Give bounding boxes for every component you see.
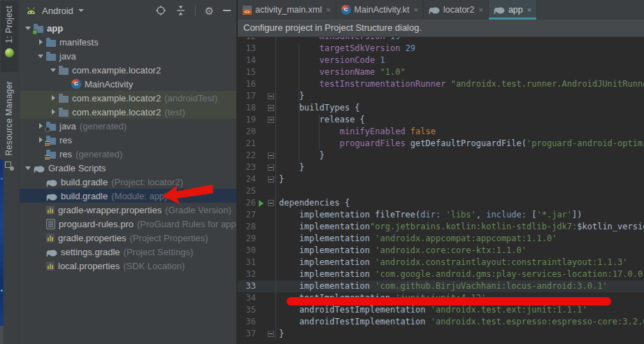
fold-marker-icon[interactable]: [266, 150, 276, 162]
package-icon: [59, 68, 69, 75]
android-logo-icon: [25, 6, 37, 16]
code-line-17[interactable]: 17 }: [238, 90, 644, 102]
fold-marker-icon[interactable]: [266, 90, 276, 102]
tree-item-app[interactable]: app: [20, 21, 236, 35]
properties-icon: [46, 261, 55, 271]
code-text: minifyEnabled false: [276, 126, 436, 138]
tool-window-button-resource-manager[interactable]: Resource Manager: [4, 81, 14, 171]
code-line-35[interactable]: 35 androidTestImplementation 'androidx.t…: [238, 304, 644, 316]
tree-item-manifests[interactable]: manifests: [20, 35, 236, 49]
project-view-selector[interactable]: Android: [42, 6, 73, 16]
tree-item-label: build.gradle: [61, 177, 108, 187]
editor-tab-app[interactable]: app×: [489, 0, 537, 20]
code-line-26[interactable]: 26dependencies {: [238, 197, 644, 209]
code-line-12[interactable]: 12 minSdkVersion 19: [238, 37, 644, 43]
tree-item-mainactivity[interactable]: CMainActivity: [20, 77, 236, 91]
tree-item-suffix: (ProGuard Rules for app): [137, 219, 236, 229]
tree-item-gradle-scripts[interactable]: Gradle Scripts: [20, 161, 236, 175]
code-line-19[interactable]: 19 release {: [238, 114, 644, 126]
code-line-20[interactable]: 20 minifyEnabled false: [238, 126, 644, 138]
chevron-down-icon[interactable]: [78, 9, 84, 12]
code-line-13[interactable]: 13 targetSdkVersion 29: [238, 43, 644, 55]
fold-gutter: [266, 304, 276, 316]
code-line-33[interactable]: 33 implementation 'com.github.BirjuVachh…: [238, 280, 644, 292]
chevron-right-icon[interactable]: [35, 39, 46, 45]
editor-tab-locator2[interactable]: locator2×: [424, 0, 489, 20]
tree-item-res[interactable]: res: [20, 133, 236, 147]
fold-gutter: [266, 233, 276, 245]
tree-item-java-generated[interactable]: java(generated): [20, 119, 236, 133]
editor-tab-mainactivity-kt[interactable]: CMainActivity.kt×: [336, 0, 424, 20]
fold-marker-icon[interactable]: [266, 328, 276, 340]
tool-window-button-project[interactable]: 1: Project: [4, 6, 14, 57]
gradle-file-icon: [494, 6, 505, 15]
tree-item-local-properties-sdk-location[interactable]: local.properties(SDK Location): [20, 259, 236, 273]
line-number: 16: [241, 78, 256, 90]
package-icon: [59, 110, 69, 117]
chevron-down-icon[interactable]: [22, 166, 34, 170]
tree-item-suffix: (generated): [76, 149, 122, 159]
gear-icon[interactable]: ⚙: [205, 6, 214, 16]
code-line-14[interactable]: 14 versionCode 1: [238, 55, 644, 66]
fold-marker-icon[interactable]: [266, 114, 276, 126]
code-line-24[interactable]: 24}: [238, 173, 644, 185]
chevron-down-icon[interactable]: [48, 69, 59, 72]
code-line-28[interactable]: 28 implementation"org.jetbrains.kotlin:k…: [238, 221, 644, 233]
close-tab-icon[interactable]: ×: [478, 6, 482, 14]
tree-item-java[interactable]: java: [20, 49, 236, 63]
tree-item-label: settings.gradle: [61, 247, 120, 257]
close-tab-icon[interactable]: ×: [527, 6, 531, 14]
fold-marker-icon[interactable]: [266, 102, 276, 114]
chevron-down-icon[interactable]: [22, 27, 34, 30]
tree-item-label: app: [47, 23, 63, 34]
tab-label: MainActivity.kt: [355, 5, 410, 15]
close-tab-icon[interactable]: ×: [326, 6, 330, 14]
tree-item-res-generated[interactable]: res(generated): [20, 147, 236, 161]
code-line-32[interactable]: 32 implementation 'com.google.android.gm…: [238, 268, 644, 280]
editor-tab-activity-main-xml[interactable]: <>activity_main.xml×: [238, 0, 336, 20]
collapse-all-icon[interactable]: [176, 5, 186, 16]
code-line-37[interactable]: 37}: [238, 328, 644, 340]
tree-item-com-example-locator2[interactable]: com.example.locator2: [20, 63, 236, 77]
code-line-23[interactable]: 23 }: [238, 162, 644, 173]
line-number: 37: [241, 328, 256, 340]
line-number: 13: [241, 43, 256, 55]
editor-area: <>activity_main.xml×CMainActivity.kt×loc…: [238, 0, 644, 344]
code-line-31[interactable]: 31 implementation 'androidx.constraintla…: [238, 257, 644, 268]
tree-item-label: java: [59, 121, 76, 131]
fold-gutter: [266, 257, 276, 268]
tree-item-com-example-locator2-test[interactable]: com.example.locator2(test): [20, 105, 236, 119]
fold-marker-icon[interactable]: [266, 197, 276, 209]
code-line-16[interactable]: 16 testInstrumentationRunner "androidx.t…: [238, 78, 644, 90]
fold-marker-icon[interactable]: [266, 173, 276, 185]
tree-item-com-example-locator2-androidtest[interactable]: com.example.locator2(androidTest): [20, 91, 236, 105]
tree-item-gradle-properties-project-properties[interactable]: gradle.properties(Project Properties): [20, 231, 236, 245]
gradle-file-icon: [46, 192, 57, 201]
run-gutter-icon[interactable]: [256, 200, 266, 207]
tree-item-settings-gradle-project-settings[interactable]: settings.gradle(Project Settings): [20, 245, 236, 259]
code-line-22[interactable]: 22 }: [238, 150, 644, 162]
code-line-27[interactable]: 27 implementation fileTree(dir: 'libs', …: [238, 209, 644, 221]
chevron-right-icon[interactable]: [48, 95, 59, 101]
hide-panel-icon[interactable]: [223, 10, 231, 11]
chevron-right-icon[interactable]: [48, 109, 59, 115]
tab-label: app: [508, 5, 523, 15]
fold-marker-icon[interactable]: [266, 162, 276, 173]
code-line-18[interactable]: 18 buildTypes {: [238, 102, 644, 114]
tree-item-gradle-wrapper-properties-gradle-version[interactable]: gradle-wrapper.properties(Gradle Version…: [20, 203, 236, 217]
locate-file-icon[interactable]: [155, 5, 166, 16]
tab-label: activity_main.xml: [255, 5, 322, 15]
code-line-29[interactable]: 29 implementation 'androidx.appcompat:ap…: [238, 233, 644, 245]
code-line-21[interactable]: 21 proguardFiles getDefaultProguardFile(…: [238, 138, 644, 150]
code-line-15[interactable]: 15 versionName "1.0": [238, 66, 644, 78]
code-line-30[interactable]: 30 implementation 'androidx.core:core-kt…: [238, 245, 644, 257]
fold-gutter: [266, 66, 276, 78]
code-line-36[interactable]: 36 androidTestImplementation 'androidx.t…: [238, 316, 644, 328]
code-line-25[interactable]: 25: [238, 185, 644, 197]
notification-banner[interactable]: Configure project in Project Structure d…: [238, 20, 644, 37]
chevron-down-icon[interactable]: [35, 55, 46, 58]
line-number: 33: [241, 280, 256, 292]
panel-divider[interactable]: [236, 0, 238, 344]
tree-item-proguard-rules-pro-proguard-rules-for-app[interactable]: proguard-rules.pro(ProGuard Rules for ap…: [20, 217, 236, 231]
close-tab-icon[interactable]: ×: [414, 6, 418, 14]
